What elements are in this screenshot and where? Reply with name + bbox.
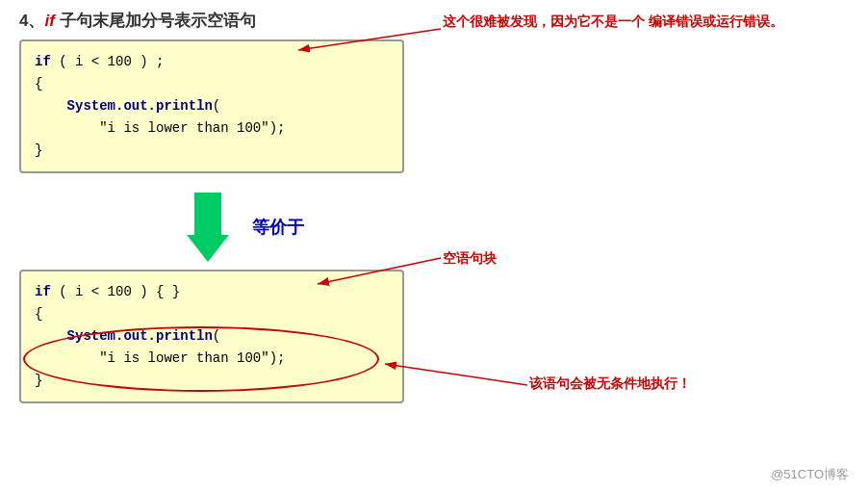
down-arrow <box>187 193 229 262</box>
code-line-4: "i is lower than 100"); <box>35 117 389 140</box>
arrow-shaft <box>194 193 221 235</box>
title-suffix: 子句末尾加分号表示空语句 <box>55 12 256 30</box>
equiv-label: 等价于 <box>252 216 304 239</box>
code-box-top: if ( i < 100 ) ; { System.out.println( "… <box>19 39 404 173</box>
code-line-2: { <box>35 73 389 95</box>
title-keyword: if <box>44 12 54 30</box>
top-section: 4、if 子句末尾加分号表示空语句 if ( i < 100 ) ; { Sys… <box>19 10 404 173</box>
code-b-line-1: if ( i < 100 ) { } <box>35 281 389 303</box>
page-container: 4、if 子句末尾加分号表示空语句 if ( i < 100 ) ; { Sys… <box>0 0 868 491</box>
equivalence-section: 等价于 <box>19 193 304 262</box>
code-line-3: System.out.println( <box>35 95 389 117</box>
annotation-top-text: 这个很难被发现，因为它不是一个 编译错误或运行错误。 <box>443 13 783 29</box>
annotation-top-right: 这个很难被发现，因为它不是一个 编译错误或运行错误。 <box>443 12 783 32</box>
watermark: @51CTO博客 <box>771 466 849 483</box>
code-b-line-2: { <box>35 303 389 325</box>
title-prefix: 4、 <box>19 12 44 30</box>
code-line-1: if ( i < 100 ) ; <box>35 51 389 73</box>
section-title: 4、if 子句末尾加分号表示空语句 <box>19 10 404 32</box>
arrow-head <box>187 235 229 262</box>
svg-line-3 <box>385 364 527 385</box>
code-line-5: } <box>35 140 389 162</box>
annotation-equiv-label: 空语句块 <box>443 250 497 268</box>
annotation-bottom-right: 该语句会被无条件地执行！ <box>529 375 691 393</box>
oval-highlight <box>23 326 379 392</box>
